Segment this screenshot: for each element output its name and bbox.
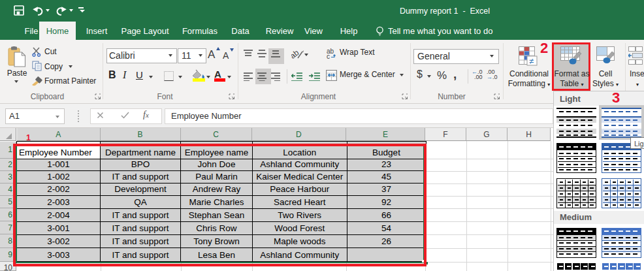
svg-text:ab: ab bbox=[291, 48, 301, 61]
svg-text:c: c bbox=[327, 53, 330, 59]
svg-text:≠: ≠ bbox=[529, 56, 534, 66]
